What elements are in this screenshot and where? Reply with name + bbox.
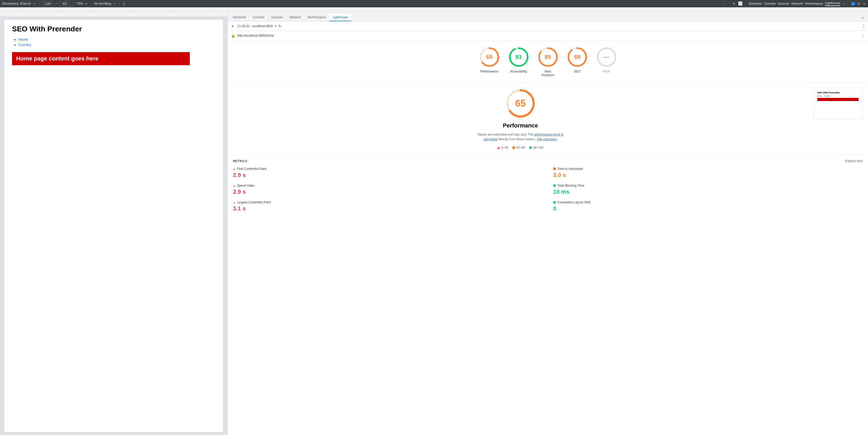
thumb-nav: Home Country: [816, 94, 860, 97]
sources-tab[interactable]: Sources: [778, 2, 789, 5]
tab-network[interactable]: Network: [286, 14, 304, 21]
time-display: 21:45:31 - localhost:4500: [238, 24, 273, 28]
metric-tbt-icon: [553, 184, 556, 187]
score-card-performance[interactable]: 65 Performance: [479, 47, 500, 77]
url-more-icon[interactable]: ⋮: [861, 33, 865, 38]
metric-speed-index: ▲ Speed Index 2.9 s: [233, 184, 543, 195]
score-card-pwa[interactable]: — PWA: [596, 47, 617, 77]
score-card-seo[interactable]: 89 SEO: [567, 47, 588, 77]
metric-tbt-name: Total Blocking Time: [557, 184, 584, 187]
tab-performance[interactable]: Performance: [305, 14, 329, 21]
metric-tti-header: Time to Interactive: [553, 167, 863, 171]
score-number-best-practices: 85: [545, 54, 551, 60]
refresh-icon[interactable]: ↻: [278, 24, 282, 28]
add-tab-button[interactable]: +: [230, 23, 235, 29]
more-tabs-button[interactable]: »: [860, 14, 866, 21]
notification-badge: 1: [851, 2, 855, 5]
perf-screenshot: SEO With Prerender Home Country: [813, 88, 863, 149]
nav-link-home[interactable]: Home: [18, 37, 28, 41]
cursor-icon[interactable]: ↖: [733, 2, 736, 6]
device-toggle-icon[interactable]: ⬜: [738, 1, 743, 6]
metric-si-header: ▲ Speed Index: [233, 184, 543, 187]
metric-si-value: 2.9 s: [233, 188, 543, 195]
metric-fcp-header: ▲ First Contentful Paint: [233, 167, 543, 171]
tab-console[interactable]: Console: [250, 14, 268, 21]
metrics-section: METRICS Expand view ▲ First Contentful P…: [228, 155, 868, 216]
throttle-button[interactable]: No throttling: [94, 2, 112, 5]
viewport-content: SEO With Prerender Home Country Home pag…: [0, 17, 227, 435]
more-tabs-icon[interactable]: »: [842, 2, 844, 6]
metric-si-name: Speed Index: [237, 184, 255, 187]
performance-tab[interactable]: Performance: [805, 2, 823, 5]
nav-list: Home Country: [12, 37, 215, 47]
score-circle-best-practices: 85: [537, 47, 558, 67]
dropdown-icon[interactable]: ▼: [274, 25, 277, 27]
zoom-button[interactable]: 75%: [77, 2, 83, 5]
expand-view-button[interactable]: Expand view: [845, 159, 863, 163]
network-tab[interactable]: Network: [792, 2, 803, 5]
score-card-best-practices[interactable]: 85 BestPractices: [537, 47, 558, 77]
legend-square-orange: [513, 146, 515, 149]
score-number-seo: 89: [574, 54, 580, 60]
screenshot-thumbnail: SEO With Prerender Home Country: [813, 88, 863, 120]
metric-lcp-name: Largest Contentful Paint: [237, 201, 271, 204]
device-selector[interactable]: Dimensions: iPad Air: [2, 2, 31, 5]
metric-first-contentful-paint: ▲ First Contentful Paint 2.9 s: [233, 167, 543, 178]
url-bar: 21:45:31 - localhost:4500 ▼ ↻: [238, 24, 860, 28]
metric-cls-header: Cumulative Layout Shift: [553, 201, 863, 204]
metric-tti-name: Time to Interactive: [557, 167, 583, 171]
perf-section-title: Performance: [233, 122, 808, 129]
score-circle-pwa: —: [596, 47, 617, 67]
legend-label-red: 0–49: [501, 146, 508, 149]
legend-label-green: 90–100: [533, 146, 544, 149]
calculator-link[interactable]: See calculator.: [537, 137, 557, 141]
height-input[interactable]: 820: [59, 1, 70, 6]
subheader-right: ⋮: [862, 24, 866, 29]
score-card-accessibility[interactable]: 93 Accessibility: [508, 47, 529, 77]
nav-item-home: Home: [18, 37, 215, 41]
metric-largest-contentful-paint: ▲ Largest Contentful Paint 3.1 s: [233, 201, 543, 212]
legend-item-green: 90–100: [529, 146, 544, 149]
tab-elements[interactable]: Elements: [230, 14, 249, 21]
more-options-devtools-icon[interactable]: ⋮: [862, 24, 866, 28]
metric-total-blocking-time: Total Blocking Time 10 ms: [553, 184, 863, 195]
nav-item-country: Country: [18, 43, 215, 47]
screenshot-thumb-inner: SEO With Prerender Home Country: [815, 90, 860, 118]
nav-link-country[interactable]: Country: [18, 43, 31, 47]
console-tab[interactable]: Console: [764, 2, 776, 5]
more-options-icon[interactable]: ⋮: [722, 1, 726, 6]
metric-lcp-header: ▲ Largest Contentful Paint: [233, 201, 543, 204]
metrics-grid: ▲ First Contentful Paint 2.9 s Time to I…: [233, 167, 863, 212]
viewport-panel: SEO With Prerender Home Country Home pag…: [0, 12, 227, 435]
url-display: http://localhost:4500/home: [238, 34, 274, 37]
metric-lcp-icon: ▲: [233, 201, 236, 204]
legend-item-orange: 50–89: [513, 146, 525, 149]
tab-lighthouse[interactable]: Lighthouse: [330, 14, 351, 21]
score-circle-accessibility: 93: [508, 47, 529, 67]
lighthouse-tab-toolbar[interactable]: Lighthouse: [825, 1, 840, 6]
viewport-ruler: [0, 12, 227, 17]
tab-sources[interactable]: Sources: [268, 14, 286, 21]
perf-description: Values are estimated and may vary. The p…: [476, 132, 565, 142]
url-row: 🔒 http://localhost:4500/home ⋮: [228, 31, 868, 40]
score-label-accessibility: Accessibility: [510, 69, 527, 73]
perf-main: 65 Performance Values are estimated and …: [233, 88, 808, 149]
page-frame: SEO With Prerender Home Country Home pag…: [4, 19, 223, 432]
metric-cls-icon: [553, 201, 556, 204]
throttle-chevron-icon[interactable]: ▼: [113, 2, 116, 5]
width-input[interactable]: 1180: [42, 1, 53, 6]
devtools-panel: Elements Console Sources Network Perform…: [227, 12, 868, 435]
chevron-down-icon[interactable]: ▼: [33, 2, 36, 5]
settings-icon[interactable]: ⚙: [857, 2, 861, 6]
devtools-tab-bar: Elements Console Sources Network Perform…: [228, 12, 868, 22]
zoom-chevron-icon[interactable]: ▼: [85, 2, 88, 5]
metric-cls-value: 0: [553, 205, 863, 212]
metric-si-icon: ▲: [233, 184, 236, 187]
page-banner: Home page content goes here: [12, 52, 190, 65]
metric-fcp-value: 2.9 s: [233, 172, 543, 178]
thumb-nav-home: Home: [817, 95, 822, 97]
score-number-accessibility: 93: [515, 54, 522, 60]
elements-tab[interactable]: Elements: [749, 2, 762, 5]
close-icon[interactable]: ✕: [863, 2, 866, 6]
dimension-separator: ×: [55, 2, 57, 5]
